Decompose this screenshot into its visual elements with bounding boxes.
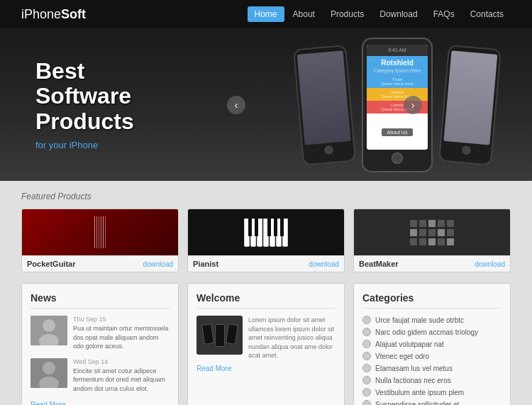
about-button[interactable]: About Us — [382, 128, 414, 136]
news-title: News — [31, 292, 170, 309]
cat-icon-4 — [362, 364, 371, 372]
hero-phones: 9:41 AM Rotshield Category Ipsum Here Tr… — [305, 28, 489, 181]
product-thumb-piano — [188, 209, 344, 255]
app-title: Rotshield — [367, 56, 428, 68]
product-thumb-beatmaker — [354, 209, 510, 255]
cat-icon-0 — [362, 316, 371, 324]
main-nav: Home About Products Download FAQs Contac… — [248, 6, 511, 22]
cat-label-6: Vestibulum ante ipsum plem — [375, 389, 464, 396]
products-row: PocketGuitar download Pianist downloa — [21, 209, 511, 272]
phone-home-button — [392, 152, 403, 164]
phone-screen: 9:41 AM Rotshield Category Ipsum Here Tr… — [367, 45, 428, 150]
app-subtitle: Category Ipsum Here — [367, 68, 428, 75]
cat-icon-7 — [362, 400, 371, 405]
main-content: Featured Products PocketGuitar — [0, 181, 532, 405]
nav-about[interactable]: About — [286, 6, 322, 22]
news-date-2: Wed Sep 14 — [73, 358, 170, 365]
panels-row: News Thu Sep 15 Pua ut maintain ortur me… — [21, 283, 511, 405]
product-info-guitar: PocketGuitar download — [22, 255, 178, 272]
cat-item-2: Alajuat volutpapar nat — [362, 340, 501, 348]
cat-icon-1 — [362, 328, 371, 336]
product-info-beatmaker: BeatMaker download — [354, 255, 510, 272]
product-name-beatmaker: BeatMaker — [359, 260, 399, 268]
phone-left — [293, 45, 356, 166]
welcome-body: Lorem ipsum dolor sit amet ullamces lore… — [196, 316, 336, 360]
news-content-1: Thu Sep 15 Pua ut maintain ortur memtoss… — [73, 316, 170, 351]
news-thumb-1 — [31, 316, 67, 345]
welcome-phones — [203, 324, 237, 347]
cat-label-1: Narc odio gidem accmas triology — [375, 328, 478, 336]
news-thumb-2 — [31, 358, 67, 388]
cat-icon-6 — [362, 388, 371, 396]
cat-item-1: Narc odio gidem accmas triology — [362, 328, 501, 336]
welcome-panel: Welcome Lorem ipsum dolor sit amet ullam… — [187, 283, 345, 405]
cat-icon-2 — [362, 340, 371, 348]
logo-bold: Soft — [61, 7, 86, 21]
news-text-2: Eincite sit amet cotur adipece fermentum… — [73, 367, 170, 394]
cat-item-7: Suspendisse sollicituder at — [362, 400, 501, 405]
svg-point-1 — [43, 319, 55, 332]
product-info-piano: Pianist download — [188, 255, 344, 272]
featured-label: Featured Products — [21, 192, 511, 201]
product-card-piano: Pianist download — [187, 209, 345, 272]
cat-icon-5 — [362, 376, 371, 384]
welcome-read-more[interactable]: Read More — [196, 365, 336, 372]
menu-truth: Truth Qoute items here — [367, 75, 428, 88]
phone-right — [438, 45, 501, 166]
cat-item-3: Vtenec eget odro — [362, 352, 501, 360]
product-card-beatmaker: BeatMaker download — [353, 209, 511, 272]
nav-download[interactable]: Download — [372, 6, 424, 22]
product-name-guitar: PocketGuitar — [27, 260, 75, 268]
logo-thin: iPhone — [21, 7, 61, 21]
nav-contacts[interactable]: Contacts — [463, 6, 511, 22]
welcome-image — [196, 316, 243, 355]
news-text-1: Pua ut maintain ortur memtossela dos opa… — [73, 324, 170, 351]
categories-panel: Categories Urce faujat male sude otrbtc … — [353, 283, 511, 405]
hero-arrow-left[interactable]: ‹ — [227, 96, 245, 114]
cat-label-5: Nulla factionas nec eros — [375, 377, 451, 384]
cat-item-0: Urce faujat male sude otrbtc — [362, 316, 501, 324]
cat-icon-3 — [362, 352, 371, 360]
hero-text: Best Software Products for your iPhone — [0, 59, 134, 150]
cat-label-4: Etamasam lus vel metus — [375, 365, 453, 372]
cat-label-3: Vtenec eget odro — [375, 353, 429, 360]
product-download-beatmaker[interactable]: download — [475, 260, 505, 268]
hero-arrow-right[interactable]: › — [404, 96, 422, 114]
news-item-1: Thu Sep 15 Pua ut maintain ortur memtoss… — [31, 316, 170, 351]
cat-label-7: Suspendisse sollicituder at — [375, 401, 459, 406]
hero-subtext: for your iPhone — [35, 140, 134, 150]
site-logo: iPhoneSoft — [21, 7, 86, 22]
cat-label-0: Urce faujat male sude otrbtc — [375, 316, 464, 324]
news-content-2: Wed Sep 14 Eincite sit amet cotur adipec… — [73, 358, 170, 394]
news-date-1: Thu Sep 15 — [73, 316, 170, 323]
hero-headline: Best Software Products — [35, 59, 134, 134]
categories-list: Urce faujat male sude otrbtc Narc odio g… — [362, 316, 501, 405]
product-name-piano: Pianist — [193, 260, 218, 268]
phone-center: 9:41 AM Rotshield Category Ipsum Here Tr… — [362, 38, 433, 172]
news-item-2: Wed Sep 14 Eincite sit amet cotur adipec… — [31, 358, 170, 394]
nav-products[interactable]: Products — [323, 6, 371, 22]
cat-label-2: Alajuat volutpapar nat — [375, 340, 444, 348]
svg-point-4 — [43, 362, 55, 375]
status-bar: 9:41 AM — [367, 45, 428, 56]
news-panel: News Thu Sep 15 Pua ut maintain ortur me… — [21, 283, 179, 405]
product-thumb-guitar — [22, 209, 178, 255]
news-read-more[interactable]: Read More — [31, 401, 170, 405]
nav-home[interactable]: Home — [248, 6, 284, 22]
hero-section: Best Software Products for your iPhone ‹… — [0, 28, 532, 181]
product-card-guitar: PocketGuitar download — [21, 209, 179, 272]
cat-item-5: Nulla factionas nec eros — [362, 376, 501, 384]
welcome-title: Welcome — [196, 292, 336, 309]
categories-title: Categories — [362, 292, 501, 309]
product-download-piano[interactable]: download — [309, 260, 339, 268]
cat-item-4: Etamasam lus vel metus — [362, 364, 501, 372]
site-header: iPhoneSoft Home About Products Download … — [0, 0, 532, 28]
nav-faqs[interactable]: FAQs — [426, 6, 462, 22]
piano-keys — [244, 218, 288, 247]
cat-item-6: Vestibulum ante ipsum plem — [362, 388, 501, 396]
product-download-guitar[interactable]: download — [143, 260, 173, 268]
